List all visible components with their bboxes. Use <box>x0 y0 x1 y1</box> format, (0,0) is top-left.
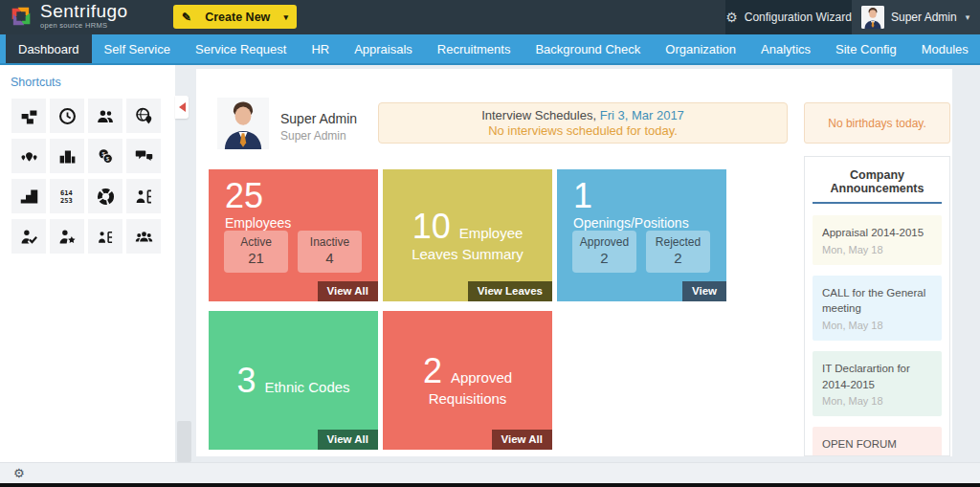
person-org-icon <box>96 227 116 247</box>
employees-tile: 25 Employees Active 21 Inactive 4 View A… <box>209 169 378 301</box>
avatar-image <box>861 6 884 29</box>
configuration-wizard-button[interactable]: ⚙ Configuration Wizard <box>725 0 852 34</box>
chat-icon <box>134 146 154 166</box>
shortcut-employees[interactable] <box>88 99 122 133</box>
profile-role: Super Admin <box>280 129 346 143</box>
nav-hr[interactable]: HR <box>299 34 342 63</box>
announcement-item[interactable]: IT Declarartion for 2014-2015 Mon, May 1… <box>813 351 942 416</box>
brand-name: Sentrifugo <box>40 2 128 21</box>
ethnic-codes-tile: 3 Ethnic Codes View All <box>209 311 378 450</box>
sidebar-collapse-button[interactable] <box>175 96 189 119</box>
interview-date: Fri 3, Mar 2017 <box>600 108 684 122</box>
shortcut-organization[interactable] <box>50 139 84 173</box>
shortcut-meeting[interactable] <box>126 219 161 254</box>
brand-tagline: open source HRMS <box>40 21 128 30</box>
brand[interactable]: Sentrifugo open source HRMS <box>8 2 128 30</box>
buildings-icon <box>57 146 78 166</box>
announcement-item[interactable]: Appraisal 2014-2015 Mon, May 18 <box>813 215 942 265</box>
person-star-icon <box>57 227 78 247</box>
group-icon <box>134 227 154 247</box>
requisitions-view-all-button[interactable]: View All <box>492 430 552 450</box>
nav-modules[interactable]: Modules <box>909 34 980 63</box>
shortcuts-title: Shortcuts <box>0 65 175 93</box>
shortcut-employee-check[interactable] <box>11 219 46 254</box>
shortcut-wheel[interactable] <box>88 179 122 213</box>
nav-dashboard[interactable]: Dashboard <box>6 34 92 63</box>
shortcut-numbers[interactable]: 614253 <box>50 179 84 213</box>
leaves-label-2: Leaves Summary <box>412 246 523 262</box>
employees-view-all-button[interactable]: View All <box>318 281 378 301</box>
active-employees-chip[interactable]: Active 21 <box>224 231 288 273</box>
sentrifugo-dashboard: Sentrifugo open source HRMS ✎ Create New… <box>0 0 980 487</box>
shortcut-assets[interactable] <box>11 99 46 133</box>
employees-label: Employees <box>225 215 291 231</box>
shortcut-feedback[interactable] <box>126 139 161 173</box>
sidebar-scrollbar[interactable] <box>177 421 191 462</box>
footer-bar: ⚙ <box>0 462 980 483</box>
profile-avatar <box>217 98 269 149</box>
nav-analytics[interactable]: Analytics <box>748 34 823 63</box>
view-leaves-button[interactable]: View Leaves <box>468 281 552 301</box>
user-avatar <box>861 6 884 29</box>
bottom-border <box>0 483 980 487</box>
shortcuts-sidebar: Shortcuts $$ 614253 <box>0 65 175 462</box>
birthdays-message: No birthdays today. <box>828 117 926 130</box>
requisitions-label-2: Requisitions <box>429 390 507 407</box>
ethnic-codes-view-all-button[interactable]: View All <box>318 430 378 450</box>
interview-schedules-box: Interview Schedules, Fri 3, Mar 2017 No … <box>378 102 788 144</box>
user-name: Super Admin <box>891 11 957 24</box>
shortcut-finance[interactable]: $$ <box>88 139 122 173</box>
requisitions-tile: 2 Approved Requisitions View All <box>383 311 552 450</box>
nav-recruitments[interactable]: Recruitments <box>425 34 523 63</box>
interview-title: Interview Schedules, <box>481 108 596 122</box>
company-announcements-panel: Company Announcements Appraisal 2014-201… <box>804 156 950 456</box>
clock-icon <box>57 106 78 126</box>
requisitions-label-1: Approved <box>451 369 512 386</box>
rejected-openings-chip[interactable]: Rejected 2 <box>646 231 710 273</box>
announcements-divider <box>813 202 942 204</box>
announcement-item[interactable]: CALL for the General meeting Mon, May 18 <box>813 276 942 341</box>
shortcut-org-structure[interactable] <box>88 219 122 254</box>
nav-appraisals[interactable]: Appraisals <box>342 34 425 63</box>
shortcut-grid: $$ 614253 <box>0 93 175 254</box>
avatar-image <box>217 98 269 149</box>
shortcut-hierarchy[interactable] <box>126 179 161 213</box>
nav-organization[interactable]: Organization <box>653 34 748 63</box>
inactive-employees-chip[interactable]: Inactive 4 <box>298 231 362 273</box>
leaves-count: 10 <box>412 210 451 244</box>
ethnic-codes-label: Ethnic Codes <box>264 379 349 395</box>
pencil-icon: ✎ <box>182 11 191 24</box>
shortcut-employee-star[interactable] <box>50 219 84 254</box>
approved-openings-chip[interactable]: Approved 2 <box>572 231 636 273</box>
person-tree-icon <box>134 187 154 207</box>
sentrifugo-logo-icon <box>8 3 34 30</box>
shortcut-career[interactable] <box>11 179 46 213</box>
main-nav: Dashboard Self Service Service Request H… <box>0 34 980 65</box>
profile-name: Super Admin <box>280 111 357 126</box>
boxes-icon <box>19 106 39 126</box>
coins-icon: $$ <box>96 146 116 166</box>
user-menu[interactable]: Super Admin ▾ <box>852 0 980 34</box>
shortcut-time[interactable] <box>50 99 84 133</box>
users-icon <box>96 106 116 126</box>
settings-gear-icon[interactable]: ⚙ <box>13 466 25 480</box>
nav-background-check[interactable]: Background Check <box>523 34 653 63</box>
announcement-item[interactable]: OPEN FORUM meeting Mon, May 18 <box>813 427 942 456</box>
nav-service-request[interactable]: Service Request <box>183 34 299 63</box>
create-new-button[interactable]: ✎ Create New ▾ <box>173 5 297 29</box>
leaves-summary-tile: 10 Employee Leaves Summary View Leaves <box>383 169 552 301</box>
stairs-icon <box>19 187 39 207</box>
announcements-title: Company Announcements <box>813 168 942 195</box>
dashboard-main: Super Admin Super Admin Interview Schedu… <box>196 69 952 456</box>
globe-pin-icon <box>134 106 154 126</box>
nav-self-service[interactable]: Self Service <box>92 34 183 63</box>
numbers-icon: 614253 <box>57 187 78 207</box>
nav-site-config[interactable]: Site Config <box>823 34 909 63</box>
shortcut-global[interactable] <box>126 99 161 133</box>
chevron-left-icon <box>179 102 186 112</box>
svg-text:$: $ <box>105 154 109 161</box>
shortcut-locations[interactable] <box>11 139 46 173</box>
requisitions-count: 2 <box>423 354 442 388</box>
openings-view-button[interactable]: View <box>682 281 726 301</box>
svg-text:614: 614 <box>60 189 73 197</box>
